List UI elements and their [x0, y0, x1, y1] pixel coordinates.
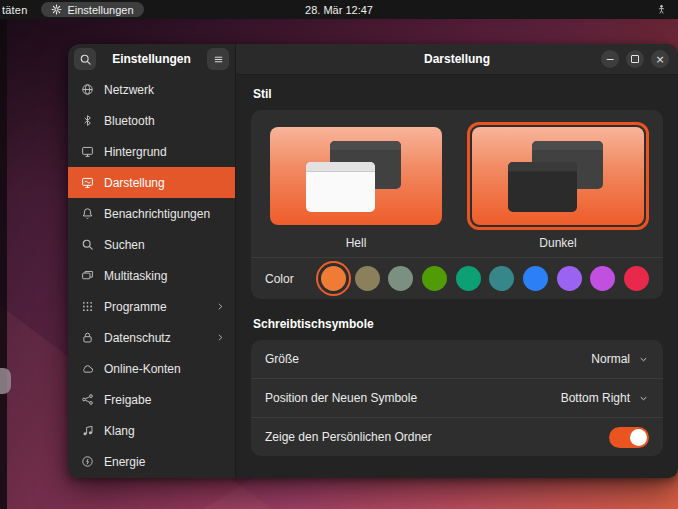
theme-option-hell[interactable]: Hell — [265, 122, 447, 250]
preview-window-front — [508, 162, 577, 212]
accent-color-swatch-4[interactable] — [456, 266, 481, 291]
setting-label: Position der Neuen Symbole — [265, 391, 561, 405]
sidebar-item-programme[interactable]: Programme — [68, 291, 235, 322]
sidebar-item-multitasking[interactable]: Multitasking — [68, 260, 235, 291]
accent-color-swatch-3[interactable] — [422, 266, 447, 291]
chevron-right-icon — [215, 301, 226, 312]
sidebar-item-label: Energie — [104, 455, 145, 469]
focused-app-label: Einstellungen — [67, 4, 133, 16]
accent-color-swatch-8[interactable] — [590, 266, 615, 291]
sidebar-item-label: Netzwerk — [104, 83, 154, 97]
bell-icon — [81, 207, 94, 220]
globe-icon — [81, 83, 94, 96]
sidebar-item-label: Online-Konten — [104, 362, 181, 376]
search-button[interactable] — [74, 48, 96, 70]
sidebar-item-energie[interactable]: Energie — [68, 446, 235, 477]
sidebar-nav: NetzwerkBluetoothHintergrundDarstellungB… — [68, 74, 235, 478]
share-icon — [81, 393, 94, 406]
dropdown-value[interactable]: Bottom Right — [561, 391, 649, 405]
note-icon — [81, 424, 94, 437]
sidebar-item-datenschutz[interactable]: Datenschutz — [68, 322, 235, 353]
bluetooth-icon — [81, 114, 94, 127]
chevron-down-icon — [638, 354, 649, 365]
setting-label: Zeige den Persönlichen Ordner — [265, 430, 609, 444]
style-section-title: Stil — [253, 87, 663, 101]
sidebar-item-label: Hintergrund — [104, 145, 167, 159]
setting-label: Größe — [265, 352, 591, 366]
maximize-icon — [631, 55, 639, 63]
desktop: täten Einstellungen 28. Mär 12:47 Einste… — [0, 0, 678, 509]
sidebar-item-suchen[interactable]: Suchen — [68, 229, 235, 260]
grid-icon — [81, 300, 94, 313]
sidebar-item-label: Multitasking — [104, 269, 167, 283]
power-icon — [81, 455, 94, 468]
dropdown-value[interactable]: Normal — [591, 352, 649, 366]
accent-color-swatch-9[interactable] — [624, 266, 649, 291]
sidebar-item-freigabe[interactable]: Freigabe — [68, 384, 235, 415]
sidebar-item-label: Benachrichtigungen — [104, 207, 210, 221]
accent-color-swatches — [321, 266, 649, 291]
sidebar-header: Einstellungen — [68, 44, 235, 74]
sidebar-item-label: Freigabe — [104, 393, 151, 407]
dropdown-current-value: Bottom Right — [561, 391, 630, 405]
activities-button[interactable]: täten — [2, 4, 27, 16]
preview-window-front — [306, 162, 375, 212]
dock-edge — [0, 19, 7, 509]
setting-row-1[interactable]: Position der Neuen SymboleBottom Right — [251, 379, 663, 417]
gear-icon — [51, 4, 62, 15]
chevron-right-icon — [215, 332, 226, 343]
sidebar-item-bluetooth[interactable]: Bluetooth — [68, 105, 235, 136]
focused-app-menu[interactable]: Einstellungen — [41, 2, 143, 17]
main-menu-button[interactable] — [207, 48, 229, 70]
accessibility-status-icon[interactable] — [656, 3, 667, 18]
theme-preview — [265, 122, 447, 230]
theme-option-dunkel[interactable]: Dunkel — [467, 122, 649, 250]
accent-color-swatch-1[interactable] — [355, 266, 380, 291]
accent-color-label: Color — [265, 272, 315, 286]
sidebar-item-benachrichtigungen[interactable]: Benachrichtigungen — [68, 198, 235, 229]
accent-color-swatch-7[interactable] — [557, 266, 582, 291]
dropdown-current-value: Normal — [591, 352, 630, 366]
minimize-button[interactable]: − — [601, 50, 619, 68]
theme-selector: HellDunkel — [251, 110, 663, 257]
sidebar-item-label: Bluetooth — [104, 114, 155, 128]
accent-color-swatch-2[interactable] — [388, 266, 413, 291]
sidebar-item-netzwerk[interactable]: Netzwerk — [68, 74, 235, 105]
sidebar-title: Einstellungen — [100, 52, 203, 66]
sidebar-item-label: Klang — [104, 424, 135, 438]
hamburger-menu-icon — [212, 53, 225, 66]
maximize-button[interactable] — [626, 50, 644, 68]
desktop-icons-section-title: Schreibtischsymbole — [253, 317, 663, 331]
clock[interactable]: 28. Mär 12:47 — [305, 4, 373, 16]
setting-row-2[interactable]: Zeige den Persönlichen Ordner — [251, 418, 663, 456]
accent-color-swatch-0[interactable] — [321, 266, 346, 291]
settings-window: Einstellungen NetzwerkBluetoothHintergru… — [68, 44, 678, 478]
desktop-icons-card: GrößeNormalPosition der Neuen SymboleBot… — [251, 340, 663, 456]
window-controls: −× — [601, 50, 678, 68]
lock-icon — [81, 331, 94, 344]
headerbar: Darstellung −× — [236, 44, 678, 75]
multitasking-icon — [81, 269, 94, 282]
appearance-icon — [81, 176, 94, 189]
sidebar-item-klang[interactable]: Klang — [68, 415, 235, 446]
monitor-icon — [81, 145, 94, 158]
toggle-switch[interactable] — [609, 427, 649, 448]
sidebar-item-label: Darstellung — [104, 176, 165, 190]
sidebar-item-hintergrund[interactable]: Hintergrund — [68, 136, 235, 167]
search-icon — [79, 53, 92, 66]
sidebar-item-label: Datenschutz — [104, 331, 171, 345]
sidebar-item-darstellung[interactable]: Darstellung — [68, 167, 235, 198]
accent-color-swatch-6[interactable] — [523, 266, 548, 291]
accent-color-row: Color — [251, 258, 663, 299]
chevron-down-icon — [638, 393, 649, 404]
toggle-knob — [630, 429, 647, 446]
setting-row-0[interactable]: GrößeNormal — [251, 340, 663, 378]
dock-item-edge — [0, 368, 11, 394]
sidebar-item-online-konten[interactable]: Online-Konten — [68, 353, 235, 384]
theme-preview — [467, 122, 649, 230]
sidebar-item-label: Suchen — [104, 238, 145, 252]
accent-color-swatch-5[interactable] — [489, 266, 514, 291]
search-icon — [81, 238, 94, 251]
close-button[interactable]: × — [651, 50, 669, 68]
style-card: HellDunkel Color — [251, 110, 663, 299]
